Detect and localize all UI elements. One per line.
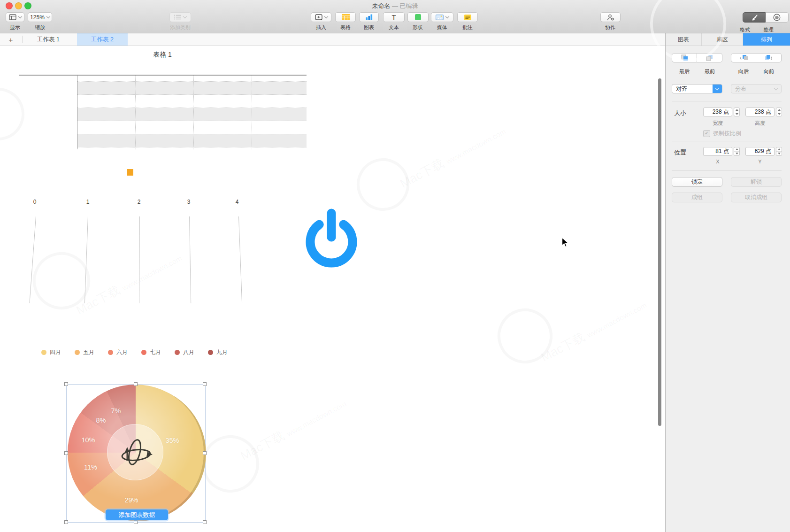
sheet-tab-2[interactable]: 工作表 2: [77, 33, 128, 46]
selection-handle[interactable]: [203, 451, 207, 455]
selection-handle[interactable]: [64, 520, 68, 524]
watermark-text: Mac下载 www.macdown.com: [238, 394, 349, 464]
tab-wedges[interactable]: 扇区: [702, 33, 743, 46]
collaborate-label: 协作: [591, 24, 629, 31]
unlock-button[interactable]: 解锁: [731, 177, 782, 187]
table-row[interactable]: [77, 76, 307, 82]
slice-label-35: 35%: [165, 437, 179, 444]
divider: [665, 33, 666, 532]
table-row[interactable]: [77, 108, 307, 121]
table-row[interactable]: [77, 134, 307, 147]
align-dropdown-cap[interactable]: [713, 85, 722, 93]
selection-handle[interactable]: [64, 451, 68, 455]
text-icon: T: [391, 13, 396, 21]
bar-chart-icon: [366, 14, 373, 20]
inspector-tab-bar: 图表 扇区 排列: [666, 33, 790, 46]
move-forward-icon: [764, 54, 773, 61]
legend-swatch: [41, 350, 46, 355]
move-to-back-button[interactable]: [672, 53, 697, 62]
organize-button[interactable]: [766, 12, 789, 23]
tab-arrange[interactable]: 排列: [743, 33, 790, 46]
table-row[interactable]: [77, 82, 307, 95]
chevron-down-icon: [774, 86, 778, 90]
move-to-front-label: 最前: [697, 68, 722, 75]
slice-label-8: 8%: [96, 416, 106, 424]
move-backward-button[interactable]: [731, 53, 756, 62]
legend-label: 五月: [83, 348, 94, 356]
add-category-button[interactable]: [169, 12, 191, 22]
selection-handle[interactable]: [134, 520, 138, 524]
selection-handle[interactable]: [134, 382, 138, 386]
width-label: 宽度: [703, 120, 732, 127]
legend-swatch: [175, 350, 180, 355]
selection-handle[interactable]: [64, 382, 68, 386]
table-icon: [342, 14, 350, 20]
align-dropdown[interactable]: 对齐: [672, 84, 722, 93]
watermark-text: Mac下载 www.macdown.com: [538, 296, 649, 365]
organize-label: 整理: [763, 26, 790, 33]
legend-item: 五月: [75, 348, 94, 356]
position-y-stepper[interactable]: [776, 147, 782, 156]
chevron-down-icon: [715, 86, 719, 90]
ungroup-button[interactable]: 取消成组: [731, 193, 782, 202]
watermark-text: Mac下载 www.macdown.com: [397, 122, 508, 192]
y-label: Y: [745, 159, 775, 164]
power-icon-shape[interactable]: [302, 208, 360, 270]
axis-label: 0: [30, 199, 39, 205]
width-field[interactable]: 238 点: [703, 108, 732, 116]
distribute-dropdown[interactable]: 分布: [731, 84, 782, 93]
move-forward-button[interactable]: [756, 53, 782, 62]
sheet-tab-1[interactable]: 工作表 1: [27, 33, 69, 46]
zoom-label: 缩放: [21, 24, 59, 31]
move-forward-label: 向前: [756, 68, 782, 75]
gridline: [238, 216, 242, 303]
toolbar-item-add-category: 添加类别: [161, 12, 199, 31]
table-title[interactable]: 表格 1: [141, 51, 184, 59]
list-icon: [174, 15, 181, 20]
table-row[interactable]: [77, 147, 307, 151]
table-row[interactable]: [77, 95, 307, 108]
height-stepper[interactable]: [776, 108, 782, 116]
position-y-field[interactable]: 629 点: [745, 147, 775, 156]
vertical-scrollbar[interactable]: [658, 78, 661, 426]
slice-label-7: 7%: [111, 407, 121, 415]
legend-item: 四月: [41, 348, 61, 356]
format-button[interactable]: [743, 12, 766, 23]
table-row[interactable]: [77, 121, 307, 134]
axis-label: 4: [232, 199, 242, 205]
table-object[interactable]: [19, 75, 307, 151]
constrain-label: 强制按比例: [713, 130, 741, 138]
distribute-label: 分布: [735, 85, 746, 93]
position-x-stepper[interactable]: [734, 147, 740, 156]
selection-handle[interactable]: [203, 520, 207, 524]
legend-label: 四月: [50, 348, 61, 356]
window-pane-icon: [9, 14, 16, 20]
rotate-3d-control[interactable]: [107, 424, 163, 480]
gridline: [29, 216, 36, 303]
position-x-field[interactable]: 81 点: [703, 147, 732, 156]
comment-label: 批注: [449, 24, 486, 31]
comment-button[interactable]: [457, 12, 478, 22]
lock-button[interactable]: 锁定: [672, 177, 722, 187]
group-button[interactable]: 成组: [672, 193, 722, 202]
add-sheet-button[interactable]: +: [6, 35, 16, 44]
legend-item: 九月: [208, 348, 228, 356]
x-label: X: [703, 159, 732, 164]
width-stepper[interactable]: [734, 108, 740, 116]
selection-handle[interactable]: [203, 382, 207, 386]
sheet-tab-bar: + 工作表 1 工作表 2: [0, 33, 665, 46]
size-section-label: 大小: [674, 109, 686, 117]
collaborate-button[interactable]: [600, 12, 621, 22]
selected-cell-marker[interactable]: [127, 169, 133, 176]
chart-legend[interactable]: 四月 五月 六月 七月 八月 九月: [41, 348, 241, 356]
sheet-canvas[interactable]: Mac下载 www.macdown.com Mac下载 www.macdown.…: [0, 46, 665, 532]
height-field[interactable]: 238 点: [745, 108, 775, 116]
tab-chart[interactable]: 图表: [666, 33, 702, 46]
zoom-select[interactable]: 125%: [28, 12, 52, 22]
constrain-checkbox[interactable]: ✓: [703, 130, 710, 137]
height-label: 高度: [745, 120, 775, 127]
insert-icon: [315, 14, 322, 20]
add-chart-data-button[interactable]: 添加图表数据: [106, 509, 168, 520]
move-to-front-button[interactable]: [697, 53, 722, 62]
pie-chart-object[interactable]: 35% 29% 11% 10% 8% 7% 添加图表数据: [66, 384, 206, 523]
